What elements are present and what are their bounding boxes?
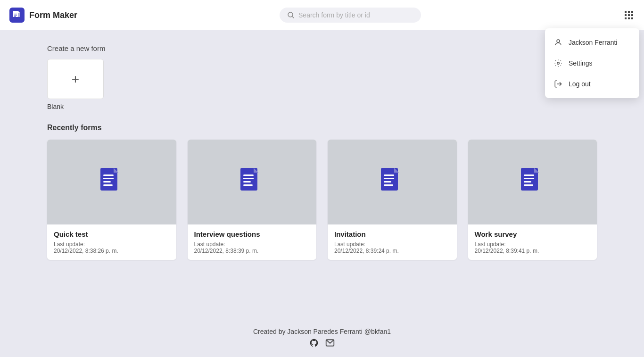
dropdown-logout-label: Log out: [569, 80, 591, 88]
svg-rect-13: [631, 14, 633, 16]
form-card-preview: [188, 140, 317, 224]
form-card-update-date: 20/12/2022, 8:38:39 p. m.: [194, 248, 310, 254]
form-card-update-date: 20/12/2022, 8:39:41 p. m.: [475, 248, 591, 254]
form-card[interactable]: Interview questions Last update: 20/12/2…: [188, 140, 317, 260]
dropdown-item-profile[interactable]: Jackson Ferranti: [545, 32, 639, 53]
form-card[interactable]: Quick test Last update: 20/12/2022, 8:38…: [47, 140, 176, 260]
form-card-body: Interview questions Last update: 20/12/2…: [188, 224, 317, 260]
footer: Created by Jackson Paredes Ferranti @bkf…: [0, 320, 644, 357]
document-icon: [239, 168, 264, 196]
app-title: Form Maker: [29, 10, 77, 20]
svg-rect-15: [628, 17, 630, 19]
form-card-update-label: Last update:: [334, 241, 450, 248]
svg-rect-10: [631, 11, 633, 13]
svg-rect-11: [625, 14, 627, 16]
svg-rect-12: [628, 14, 630, 16]
svg-rect-8: [625, 11, 627, 13]
footer-credit: Created by Jackson Paredes Ferranti @bkf…: [8, 328, 636, 335]
form-card-preview: [468, 140, 597, 224]
form-card-update-date: 20/12/2022, 8:38:26 p. m.: [54, 248, 170, 254]
form-card-update-date: 20/12/2022, 8:39:24 p. m.: [334, 248, 450, 254]
header: Form Maker: [0, 0, 644, 30]
svg-rect-27: [243, 178, 254, 179]
person-icon: [553, 38, 563, 47]
svg-rect-3: [14, 14, 17, 14]
plus-icon: +: [72, 72, 79, 87]
form-card-update-label: Last update:: [194, 241, 310, 248]
search-bar[interactable]: [280, 8, 421, 23]
form-card-preview: [328, 140, 457, 224]
form-card-body: Quick test Last update: 20/12/2022, 8:38…: [47, 224, 176, 260]
document-icon: [99, 168, 124, 196]
dropdown-menu: Jackson Ferranti Settings Log out: [545, 28, 639, 98]
search-icon: [287, 11, 295, 19]
github-icon: [309, 338, 319, 348]
search-input[interactable]: [298, 11, 413, 19]
footer-icons: [8, 338, 636, 349]
svg-rect-36: [524, 174, 534, 176]
forms-grid: Quick test Last update: 20/12/2022, 8:38…: [47, 140, 597, 260]
svg-rect-38: [524, 181, 531, 183]
svg-rect-29: [243, 184, 253, 186]
grid-menu-button[interactable]: [623, 9, 635, 21]
svg-rect-21: [103, 174, 114, 176]
form-card-update-label: Last update:: [54, 241, 170, 248]
logout-icon: [553, 79, 563, 89]
dropdown-user-name: Jackson Ferranti: [569, 39, 617, 46]
svg-rect-4: [14, 15, 17, 16]
svg-rect-24: [103, 184, 113, 186]
svg-rect-23: [103, 181, 111, 183]
form-card-body: Invitation Last update: 20/12/2022, 8:39…: [328, 224, 457, 260]
svg-rect-33: [384, 181, 391, 183]
logo[interactable]: Form Maker: [9, 8, 77, 23]
gear-icon: [553, 58, 563, 68]
blank-label: Blank: [47, 103, 597, 110]
recently-forms-title: Recently forms: [47, 124, 597, 132]
dropdown-item-settings[interactable]: Settings: [545, 53, 639, 74]
form-card-name: Interview questions: [194, 230, 310, 238]
svg-rect-39: [524, 184, 533, 186]
logo-icon: [9, 8, 25, 23]
grid-icon: [623, 9, 635, 21]
svg-rect-28: [243, 181, 251, 183]
form-card-name: Invitation: [334, 230, 450, 238]
dropdown-settings-label: Settings: [569, 59, 593, 67]
svg-point-18: [557, 62, 560, 65]
svg-rect-22: [103, 178, 114, 179]
form-card-name: Work survey: [475, 230, 591, 238]
document-icon: [520, 168, 545, 196]
svg-rect-31: [384, 174, 394, 176]
form-card-preview: [47, 140, 176, 224]
form-card-body: Work survey Last update: 20/12/2022, 8:3…: [468, 224, 597, 260]
svg-rect-14: [625, 17, 627, 19]
svg-rect-26: [243, 174, 254, 176]
form-card-name: Quick test: [54, 230, 170, 238]
document-icon: [380, 168, 405, 196]
email-link[interactable]: [325, 338, 335, 349]
svg-line-7: [292, 17, 294, 18]
form-card-update-label: Last update:: [475, 241, 591, 248]
svg-rect-37: [524, 178, 534, 179]
svg-point-17: [557, 40, 560, 42]
email-icon: [325, 338, 335, 348]
svg-rect-16: [631, 17, 633, 19]
new-form-button[interactable]: +: [47, 59, 104, 99]
form-card[interactable]: Work survey Last update: 20/12/2022, 8:3…: [468, 140, 597, 260]
svg-rect-34: [384, 184, 393, 186]
form-card[interactable]: Invitation Last update: 20/12/2022, 8:39…: [328, 140, 457, 260]
create-section-label: Create a new form: [47, 44, 597, 52]
svg-rect-32: [384, 178, 394, 179]
svg-rect-9: [628, 11, 630, 13]
svg-rect-5: [14, 16, 16, 17]
dropdown-item-logout[interactable]: Log out: [545, 74, 639, 94]
github-link[interactable]: [309, 338, 319, 349]
